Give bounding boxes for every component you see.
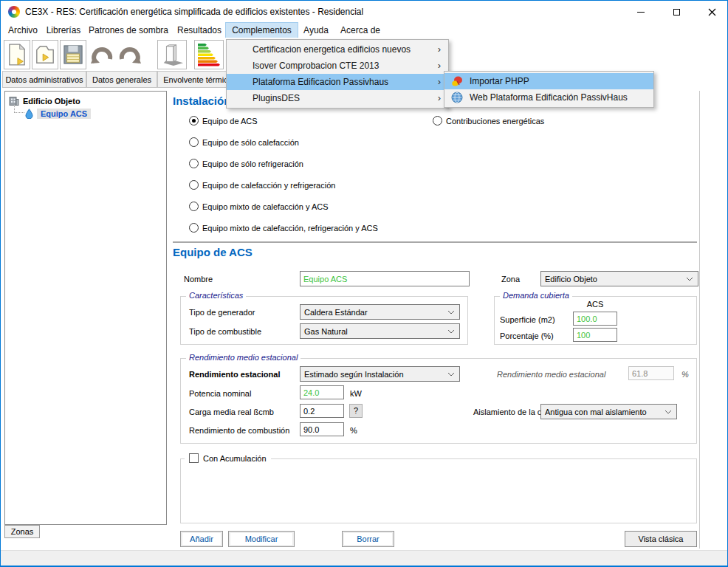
tipo-generador-select[interactable]: Caldera Estándar (300, 304, 460, 320)
chevron-down-icon (447, 372, 455, 377)
zona-label: Zona (501, 275, 520, 284)
tipo-combustible-label: Tipo de combustible (189, 327, 261, 336)
menu-item-isover-cte[interactable]: Isover Comprobacion CTE 2013 › (227, 58, 448, 74)
new-file-button[interactable] (4, 40, 30, 69)
complementos-menu: Certificacion energetica edificios nuevo… (226, 39, 449, 109)
radio-solo-calefaccion[interactable]: Equipo de sólo calefacción (189, 137, 299, 147)
menubar-item-resultados[interactable]: Resultados (174, 23, 225, 38)
rendimiento-medio-unit: % (681, 370, 689, 379)
carga-media-label: Carga media real ßcmb (189, 408, 274, 416)
menubar-item-librerias[interactable]: Librerías (42, 23, 85, 38)
carga-media-input[interactable] (300, 404, 344, 418)
app-window: CE3X - RES: Certificación energética sim… (0, 0, 728, 567)
potencia-input[interactable] (300, 385, 344, 399)
maximize-button[interactable] (659, 1, 693, 23)
zona-select[interactable]: Edificio Objeto (540, 271, 698, 286)
radio-contribuciones-label: Contribuciones energéticas (446, 117, 544, 126)
zona-value: Edificio Objeto (541, 275, 686, 284)
radio-mixto-ref-acs-icon[interactable] (189, 223, 199, 233)
nombre-label: Nombre (184, 275, 213, 284)
building-3d-icon (158, 42, 186, 67)
tree-connector (14, 105, 24, 113)
radio-calefaccion-refrigeracion-icon[interactable] (189, 180, 199, 190)
menubar-item-archivo[interactable]: Archivo (4, 23, 42, 38)
tab-datos-administrativos[interactable]: Datos administrativos (2, 71, 86, 88)
radio-calefaccion-refrigeracion[interactable]: Equipo de calefacción y refrigeración (189, 180, 335, 190)
acumulacion-label: Con Acumulación (203, 454, 267, 463)
anadir-button[interactable]: Añadir (180, 531, 223, 547)
instalacion-heading: Instalación (173, 94, 230, 107)
water-drop-icon (25, 109, 33, 119)
radio-solo-refrigeracion-icon[interactable] (189, 159, 199, 168)
acumulacion-fieldset: Con Acumulación (180, 458, 697, 523)
menubar-item-acerca-de[interactable]: Acerca de (334, 23, 386, 38)
new-file-icon (8, 44, 26, 66)
section-separator (173, 241, 697, 243)
window-title: CE3X - RES: Certificación energética sim… (25, 7, 363, 17)
tree-item-equipo-acs[interactable]: Equipo ACS (25, 109, 91, 119)
radio-mixto-ref-acs-label: Equipo mixto de calefacción, refrigeraci… (202, 224, 378, 233)
submenu-arrow-icon: › (438, 41, 441, 58)
tipo-combustible-value: Gas Natural (301, 327, 447, 336)
radio-mixto-ref-acs[interactable]: Equipo mixto de calefacción, refrigeraci… (189, 223, 378, 233)
building-tool-button[interactable] (157, 40, 187, 69)
window-titlebar: CE3X - RES: Certificación energética sim… (1, 1, 727, 23)
minimize-button[interactable] (624, 1, 658, 23)
aislamiento-select[interactable]: Antigua con mal aislamiento (540, 404, 677, 419)
tipo-combustible-select[interactable]: Gas Natural (300, 323, 460, 339)
energy-label-icon (196, 41, 222, 68)
help-button[interactable]: ? (349, 404, 363, 418)
menubar: Archivo Librerías Patrones de sombra Res… (1, 23, 727, 38)
close-button[interactable] (695, 1, 728, 23)
combustion-input[interactable] (300, 422, 344, 436)
superficie-input[interactable] (573, 312, 617, 326)
undo-button[interactable] (88, 40, 116, 69)
radio-mixto-acs[interactable]: Equipo mixto de calefacción y ACS (189, 202, 329, 211)
borrar-button[interactable]: Borrar (342, 531, 394, 547)
submenu-item-importar-phpp[interactable]: Importar PHPP (444, 73, 653, 89)
superficie-label: Superficie (m2) (500, 315, 555, 324)
porcentaje-input[interactable] (573, 328, 617, 342)
undo-icon (89, 44, 114, 66)
radio-solo-refrigeracion[interactable]: Equipo de sólo refrigeración (189, 159, 303, 168)
radio-equipo-acs[interactable]: Equipo de ACS (189, 116, 258, 126)
modificar-button[interactable]: Modificar (228, 531, 295, 547)
zonas-tab[interactable]: Zonas (4, 525, 40, 538)
submenu-item-web-plataforma[interactable]: Web Plataforma Edificación PassivHaus (444, 89, 653, 106)
porcentaje-label: Porcentaje (%) (500, 331, 554, 340)
menubar-item-patrones[interactable]: Patrones de sombra (83, 23, 174, 38)
radio-solo-calefaccion-label: Equipo de sólo calefacción (202, 138, 299, 147)
radio-contribuciones[interactable]: Contribuciones energéticas (433, 116, 544, 126)
rendimiento-legend: Rendimiento medio estacional (186, 353, 301, 362)
menubar-item-complementos[interactable]: Complementos (226, 23, 298, 38)
menu-item-plataforma-passivhaus[interactable]: Plataforma Edificacion Passivhaus › (227, 74, 448, 90)
acumulacion-checkbox[interactable] (189, 453, 199, 463)
rendimiento-estacional-select[interactable]: Estimado según Instalación (300, 366, 460, 382)
vista-clasica-button[interactable]: Vista clásica (625, 531, 697, 547)
menu-item-certificacion-nuevos[interactable]: Certificacion energetica edificios nuevo… (227, 41, 448, 58)
save-icon (63, 44, 83, 65)
radio-equipo-acs-icon[interactable] (189, 116, 199, 126)
redo-button[interactable] (116, 40, 144, 69)
menubar-item-ayuda[interactable]: Ayuda (298, 23, 334, 38)
globe-icon (451, 92, 463, 103)
save-button[interactable] (60, 40, 86, 69)
open-file-button[interactable] (32, 40, 58, 69)
nombre-input[interactable] (300, 271, 470, 286)
radio-solo-calefaccion-icon[interactable] (189, 137, 199, 147)
radio-equipo-acs-label: Equipo de ACS (202, 117, 258, 126)
radio-contribuciones-icon[interactable] (433, 116, 442, 126)
rendimiento-medio-label: Rendimiento medio estacional (497, 370, 605, 379)
tab-datos-generales[interactable]: Datos generales (86, 71, 157, 88)
energy-label-button[interactable] (194, 40, 224, 69)
aislamiento-value: Antigua con mal aislamiento (541, 408, 665, 416)
menu-item-pluginsdes[interactable]: PluginsDES › (227, 90, 448, 106)
menu-item-label: Isover Comprobacion CTE 2013 (253, 61, 379, 71)
tipo-generador-value: Caldera Estándar (301, 308, 447, 317)
radio-calefaccion-refrigeracion-label: Equipo de calefacción y refrigeración (202, 181, 335, 190)
combustion-label: Rendimiento de combustión (189, 426, 289, 435)
radio-mixto-acs-icon[interactable] (189, 202, 199, 211)
menu-item-label: Certificacion energetica edificios nuevo… (253, 44, 411, 55)
submenu-arrow-icon: › (438, 90, 441, 106)
maximize-icon (673, 9, 680, 16)
